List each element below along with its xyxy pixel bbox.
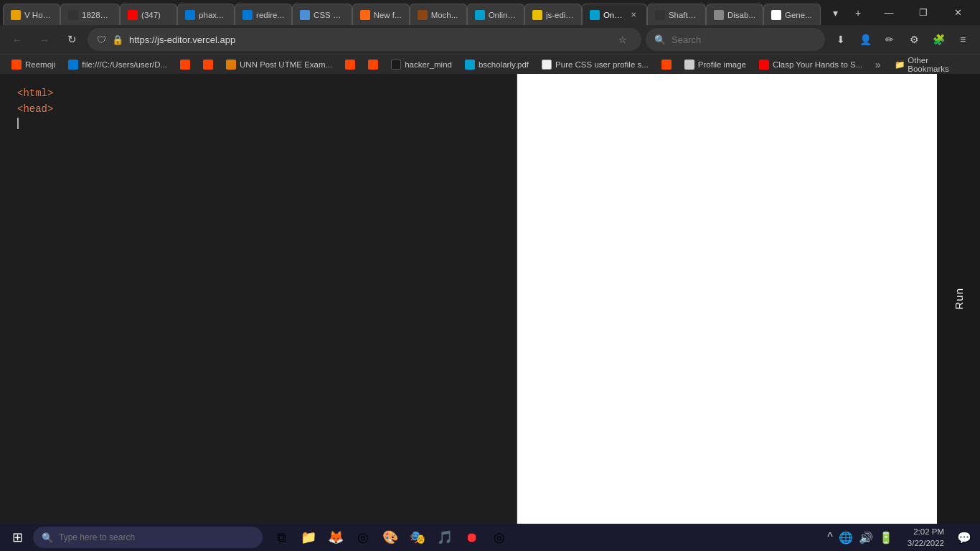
bookmark-favicon [542,60,552,70]
tab-tab7[interactable]: New f... [352,4,410,25]
bookmark-file[interactable]: file:///C:/Users/user/D... [62,56,173,73]
code-line-3 [17,118,517,129]
tab-tab14[interactable]: Gene... [763,4,821,25]
bookmark-favicon [226,60,236,70]
bookmark-icon3[interactable] [339,56,361,73]
new-tab-button[interactable]: + [848,3,868,23]
bookmark-bscholarly[interactable]: bscholarly.pdf [459,56,534,73]
tab-tab4[interactable]: phax... [177,4,235,25]
address-bar[interactable]: 🛡 🔒 ☆ [88,28,641,51]
text-cursor [17,118,19,129]
clock-time: 2:02 PM [908,526,944,537]
tab-label: Moch... [431,11,458,19]
code-line-2: <head> [17,101,517,117]
menu-button[interactable]: ≡ [951,28,974,51]
pen-button[interactable]: ✏ [878,28,901,51]
search-bar[interactable]: 🔍 [646,28,825,51]
tray-chevron[interactable]: ^ [827,531,833,544]
reload-button[interactable]: ↻ [60,28,83,51]
tab-tab11[interactable]: Online E...✕ [582,4,647,25]
extensions-button[interactable]: 🧩 [927,28,950,51]
tab-favicon [475,10,485,20]
html-open-tag: <html> [17,85,53,101]
bookmark-icon4[interactable] [362,56,384,73]
taskbar-app6[interactable]: 🎭 [405,524,430,550]
bookmark-purecss[interactable]: Pure CSS user profile s... [536,56,654,73]
taskbar-search[interactable]: 🔍 [33,527,263,548]
minimize-button[interactable]: — [872,2,905,24]
tab-label: ShaftSpac... [669,11,698,19]
tab-favicon [714,10,724,20]
tab-tab10[interactable]: js-edit... [524,4,582,25]
notification-button[interactable]: 💬 [953,526,976,549]
tab-tab1[interactable]: V How t... [3,4,60,25]
bookmark-profileimage[interactable]: Profile image [679,56,752,73]
taskbar-chrome[interactable]: ◎ [350,524,376,550]
taskbar-search-icon: 🔍 [42,532,53,543]
tab-tab13[interactable]: Disab... [706,4,763,25]
bookmark-icon2[interactable] [197,56,219,73]
address-actions: ☆ [613,30,632,49]
settings-button[interactable]: ⚙ [903,28,925,51]
tab-close-button[interactable]: ✕ [628,9,639,21]
forward-button[interactable]: → [33,28,56,51]
tab-tab9[interactable]: Online Ed... [467,4,524,25]
search-input[interactable] [672,34,816,45]
bookmark-hackermind[interactable]: hacker_mind [385,56,458,73]
taskbar-app5[interactable]: 🎨 [377,524,403,550]
url-input[interactable] [129,34,608,45]
start-button[interactable]: ⊞ [4,524,30,550]
tray-battery[interactable]: 🔋 [879,531,893,545]
bookmark-reemoji[interactable]: Reemoji [6,56,61,73]
main-content: <html> <head> Run [0,74,980,524]
taskbar-fileexplorer[interactable]: 📁 [296,524,321,550]
bookmark-label: UNN Post UTME Exam... [240,60,332,69]
taskbar-search-input[interactable] [59,532,254,542]
back-button[interactable]: ← [6,28,29,51]
bookmark-clasp[interactable]: Clasp Your Hands to S... [753,56,868,73]
tab-label: js-edit... [546,11,574,19]
more-bookmarks-button[interactable]: » [870,56,886,73]
taskbar-taskview[interactable]: ⧉ [268,524,294,550]
run-button[interactable]: Run [947,279,971,319]
toolbar-actions: ⬇ 👤 ✏ ⚙ 🧩 ≡ [829,28,974,51]
tab-tab6[interactable]: CSS Gradi... [292,4,352,25]
tab-favicon [300,10,310,20]
tab-tab5[interactable]: redire... [235,4,292,25]
tab-tab2[interactable]: 1828884.p... [60,4,120,25]
other-bookmarks-button[interactable]: 📁 Other Bookmarks [889,56,974,73]
profile-button[interactable]: 👤 [854,28,877,51]
maximize-button[interactable]: ❐ [907,2,940,24]
tab-favicon [185,10,195,20]
download-button[interactable]: ⬇ [829,28,852,51]
bookmark-unn[interactable]: UNN Post UTME Exam... [220,56,338,73]
tray-volume[interactable]: 🔊 [859,531,873,545]
bookmark-favicon [368,60,378,70]
title-bar: V How t...1828884.p...(347)phax...redire… [0,0,980,25]
tab-tab3[interactable]: (347) [120,4,177,25]
taskbar-firefox[interactable]: 🦊 [323,524,349,550]
tray-network[interactable]: 🌐 [839,531,853,545]
system-clock[interactable]: 2:02 PM 3/22/2022 [903,526,948,549]
taskbar-recording[interactable]: ⏺ [459,524,485,550]
tabs-container: V How t...1828884.p...(347)phax...redire… [3,0,821,25]
tab-tab12[interactable]: ShaftSpac... [647,4,706,25]
tab-favicon [771,10,781,20]
system-tray: ^ 🌐 🔊 🔋 [821,531,899,545]
taskbar-chrome2[interactable]: ◎ [486,524,512,550]
tab-favicon [418,10,428,20]
bookmark-label: Profile image [698,60,746,69]
bookmark-star-icon[interactable]: ☆ [613,30,632,49]
editor-pane[interactable]: <html> <head> [0,74,517,524]
tab-tab8[interactable]: Moch... [410,4,467,25]
taskbar-spotify[interactable]: 🎵 [432,524,458,550]
tab-favicon [128,10,138,20]
bookmark-icon1[interactable] [174,56,196,73]
tab-label: Disab... [727,11,755,19]
taskbar: ⊞ 🔍 ⧉ 📁 🦊 ◎ 🎨 🎭 🎵 ⏺ ◎ ^ 🌐 🔊 🔋 2:02 PM 3/… [0,524,980,551]
bookmark-icon5[interactable] [656,56,677,73]
more-tabs-button[interactable]: ▾ [825,3,845,23]
code-line-1: <html> [17,85,517,101]
shield-icon: 🛡 [97,34,106,45]
close-button[interactable]: ✕ [941,2,974,24]
